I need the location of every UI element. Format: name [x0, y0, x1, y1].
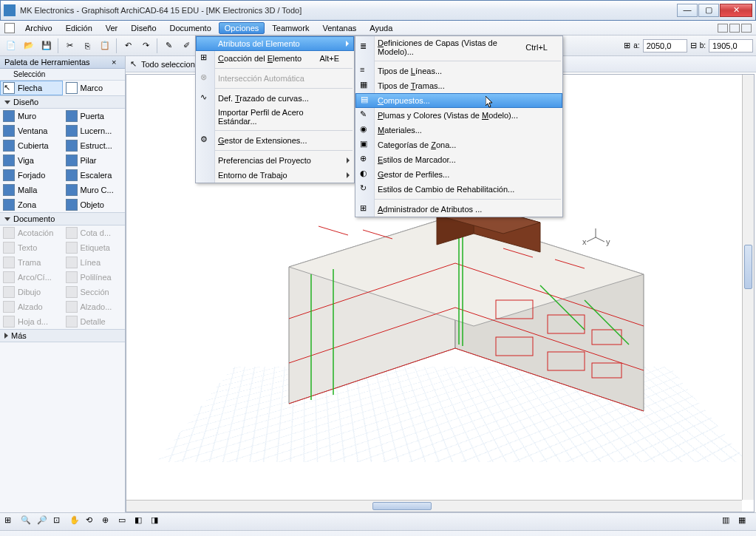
mdi-minimize-button[interactable] — [718, 24, 728, 33]
tool-alzado2[interactable]: Alzado... — [63, 299, 126, 314]
coord-b-input[interactable] — [709, 39, 753, 52]
tool-zona[interactable]: Zona — [0, 197, 63, 212]
tool-arco[interactable]: Arco/Cí... — [0, 270, 63, 285]
tool-hoja[interactable]: Hoja d... — [0, 314, 63, 329]
minimize-button[interactable]: — — [677, 4, 698, 17]
tool-trama[interactable]: Trama — [0, 255, 63, 270]
vt-4[interactable]: ⊡ — [53, 515, 67, 529]
vt-5[interactable]: ✋ — [69, 515, 83, 529]
tool-muro[interactable]: Muro — [0, 109, 63, 123]
redo-button[interactable]: ↷ — [137, 38, 154, 54]
mi-materiales[interactable]: ◉Materiales... — [355, 123, 562, 138]
tool-pilar[interactable]: Pilar — [63, 153, 126, 168]
palette-close-icon[interactable]: × — [112, 58, 120, 67]
tool-estruct[interactable]: Estruct... — [63, 138, 126, 153]
scrollbar-vertical[interactable] — [742, 75, 754, 500]
vt-8[interactable]: ▭ — [118, 515, 132, 529]
new-doc-button[interactable]: 📄 — [3, 38, 19, 54]
tool-forjado[interactable]: Forjado — [0, 168, 63, 183]
vt-10[interactable]: ◨ — [151, 515, 164, 529]
tool-texto[interactable]: Texto — [0, 240, 63, 255]
tool-lucern[interactable]: Lucern... — [63, 123, 126, 138]
mi-estilos-marcador[interactable]: ⊕Estilos de Marcador... — [355, 152, 562, 167]
hatch-icon: ▦ — [360, 80, 372, 92]
close-button[interactable]: ✕ — [720, 4, 752, 17]
menu-ventanas[interactable]: Ventanas — [316, 22, 362, 34]
tool-seccion[interactable]: Sección — [63, 285, 126, 299]
mi-perfil-acero[interactable]: Importar Perfil de Acero Estándar... — [196, 106, 354, 128]
mi-gestor-extensiones[interactable]: ⚙Gestor de Extensiones... — [196, 133, 354, 148]
open-button[interactable]: 📂 — [21, 38, 37, 54]
tool-eyedrop-button[interactable]: ✐ — [178, 38, 194, 54]
mi-trazado-curvas[interactable]: ∿Def. Trazado de curvas... — [196, 91, 354, 106]
menu-ver[interactable]: Ver — [100, 22, 124, 34]
tool-dibujo[interactable]: Dibujo — [0, 285, 63, 299]
vt-3[interactable]: 🔎 — [37, 515, 50, 529]
mi-atributos-elemento[interactable]: Atributos del Elemento — [196, 36, 354, 51]
mi-cat-zona[interactable]: ▣Categorías de Zona... — [355, 138, 562, 152]
beam-icon — [3, 155, 15, 166]
menu-diseno[interactable]: Diseño — [125, 22, 162, 34]
svg-text:x: x — [582, 237, 587, 246]
vt-right-2[interactable]: ▦ — [738, 515, 752, 529]
paste-button[interactable]: 📋 — [97, 38, 113, 54]
mi-admin-atributos[interactable]: ⊞Administrador de Atributos ... — [355, 202, 562, 217]
menu-archivo[interactable]: Archivo — [19, 22, 58, 34]
mi-tipos-lineas[interactable]: ≡Tipos de Líneas... — [355, 64, 562, 78]
cut-button[interactable]: ✂ — [61, 38, 78, 54]
tool-escalera[interactable]: Escalera — [63, 168, 126, 183]
vt-7[interactable]: ⊕ — [102, 515, 115, 529]
tool-objeto[interactable]: Objeto — [63, 197, 126, 212]
tool-cotad[interactable]: Cota d... — [63, 225, 126, 240]
tool-acotacion[interactable]: Acotación — [0, 225, 63, 240]
tool-polilinea[interactable]: Polilínea — [63, 270, 126, 285]
mdi-close-button[interactable] — [741, 24, 752, 33]
section-mas[interactable]: Más — [0, 329, 125, 342]
menu-ayuda[interactable]: Ayuda — [364, 22, 398, 34]
section-diseno[interactable]: Diseño — [0, 95, 125, 109]
tool-flecha[interactable]: ↖Flecha — [0, 81, 63, 95]
mi-compuestos[interactable]: ▤Compuestos... — [355, 93, 562, 108]
copy-button[interactable]: ⎘ — [79, 38, 95, 54]
tool-alzado[interactable]: Alzado — [0, 299, 63, 314]
vt-6[interactable]: ⟲ — [86, 515, 99, 529]
tool-detalle[interactable]: Detalle — [63, 314, 126, 329]
mi-tipos-tramas[interactable]: ▦Tipos de Tramas... — [355, 78, 562, 93]
mi-def-capas[interactable]: ≣Definiciones de Capas (Vistas de Modelo… — [355, 36, 562, 58]
tool-malla[interactable]: Malla — [0, 183, 63, 197]
tool-cubierta[interactable]: Cubierta — [0, 138, 63, 153]
mi-plumas-colores[interactable]: ✎Plumas y Colores (Vistas de Modelo)... — [355, 108, 562, 123]
undo-button[interactable]: ↶ — [120, 38, 136, 54]
tool-marco[interactable]: Marco — [63, 81, 126, 95]
label-icon — [66, 242, 78, 254]
tool-etiqueta[interactable]: Etiqueta — [63, 240, 126, 255]
vt-9[interactable]: ◧ — [134, 515, 148, 529]
tool-viga[interactable]: Viga — [0, 153, 63, 168]
tool-muroc[interactable]: Muro C... — [63, 183, 126, 197]
cursor-icon — [486, 96, 494, 109]
mdi-restore-button[interactable] — [729, 24, 740, 33]
tool-ventana[interactable]: Ventana — [0, 123, 63, 138]
menu-edicion[interactable]: Edición — [60, 22, 98, 34]
vt-1[interactable]: ⊞ — [4, 515, 18, 529]
scrollbar-horizontal[interactable] — [126, 500, 742, 512]
section-documento[interactable]: Documento — [0, 212, 125, 225]
menu-documento[interactable]: Documento — [164, 22, 217, 34]
menu-teamwork[interactable]: Teamwork — [266, 22, 315, 34]
dim-icon — [3, 227, 15, 239]
mi-estilos-rehab[interactable]: ↻Estilos de Cambio de Rehabilitación... — [355, 182, 562, 197]
mi-coaccion[interactable]: ⊞Coacción del ElementoAlt+E — [196, 51, 354, 66]
mi-entorno-trabajo[interactable]: Entorno de Trabajo — [196, 168, 354, 183]
vt-right-1[interactable]: ▥ — [722, 515, 735, 529]
coord-a-input[interactable] — [643, 39, 687, 52]
shell-icon — [66, 140, 78, 152]
save-button[interactable]: 💾 — [38, 38, 55, 54]
maximize-button[interactable]: ▢ — [698, 4, 719, 17]
mi-pref-proyecto[interactable]: Preferencias del Proyecto — [196, 153, 354, 168]
tool-picker-button[interactable]: ✎ — [160, 38, 177, 54]
menu-opciones[interactable]: Opciones — [219, 22, 265, 34]
vt-2[interactable]: 🔍 — [21, 515, 34, 529]
mi-gestor-perfiles[interactable]: ◐Gestor de Perfiles... — [355, 167, 562, 182]
tool-puerta[interactable]: Puerta — [63, 109, 126, 123]
tool-linea[interactable]: Línea — [63, 255, 126, 270]
